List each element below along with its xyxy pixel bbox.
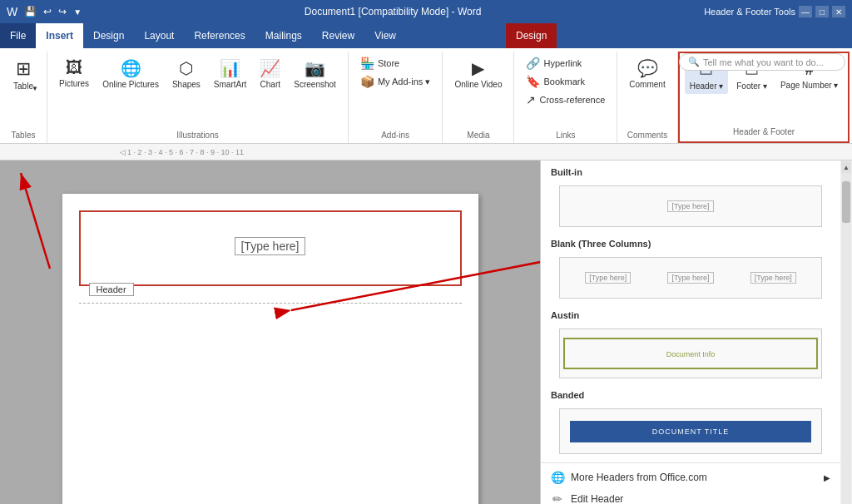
type-here-text[interactable]: [Type here]	[235, 237, 305, 255]
maximize-btn[interactable]: □	[815, 6, 829, 17]
tab-mailings[interactable]: Mailings	[255, 23, 312, 48]
tab-header-footer-design[interactable]: Design	[506, 23, 557, 48]
blank-template[interactable]: [Type here]	[559, 185, 822, 227]
group-links-content: 🔗 Hyperlink 🔖 Bookmark ↗ Cross-reference	[521, 52, 610, 129]
austin-content: Document Info	[563, 338, 818, 369]
ribbon: 🔍 Tell me what you want to do... ⊞ Table…	[0, 48, 852, 144]
col2-placeholder: [Type here]	[667, 272, 713, 284]
title-bar: W 💾 ↩ ↪ ▼ Document1 [Compatibility Mode]…	[0, 0, 852, 23]
comment-label: Comment	[629, 80, 665, 89]
hyperlink-button[interactable]: 🔗 Hyperlink	[521, 55, 587, 72]
document-area: [Type here] Header	[0, 161, 540, 504]
minimize-btn[interactable]: —	[799, 6, 812, 17]
my-addins-label: My Add-ins ▾	[378, 77, 430, 87]
scrollbar-up-btn[interactable]: ▲	[841, 161, 851, 173]
ruler-numbers: 1 · 2 · 3 · 4 · 5 · 6 · 7 · 8 · 9 · 10 ·…	[127, 148, 244, 156]
online-video-button[interactable]: ▶ Online Video	[449, 55, 507, 92]
header-edit-box: [Type here] Header	[79, 210, 462, 286]
bookmark-icon: 🔖	[526, 75, 540, 88]
tab-layout[interactable]: Layout	[134, 23, 184, 48]
col1-placeholder: [Type here]	[585, 272, 631, 284]
my-addins-button[interactable]: 📦 My Add-ins ▾	[355, 73, 435, 90]
more-headers-icon: 🌐	[551, 471, 564, 484]
title-bar-left: W 💾 ↩ ↪ ▼	[7, 5, 82, 18]
edit-header-icon: ✏	[551, 492, 564, 504]
built-in-section-title: Built-in	[541, 161, 840, 180]
pictures-button[interactable]: 🖼 Pictures	[54, 55, 94, 91]
header-label: Header ▾	[690, 82, 724, 91]
store-label: Store	[378, 58, 399, 68]
more-headers-label: More Headers from Office.com	[571, 472, 707, 483]
ruler: ◁ 1 · 2 · 3 · 4 · 5 · 6 · 7 · 8 · 9 · 10…	[0, 144, 852, 161]
page-number-label: Page Number ▾	[780, 81, 838, 90]
footer-label: Footer ▾	[736, 82, 767, 91]
document-title: Document1 [Compatibility Mode] - Word	[82, 6, 704, 17]
store-button[interactable]: 🏪 Store	[355, 55, 404, 72]
shapes-button[interactable]: ⬡ Shapes	[167, 55, 206, 92]
document-wrapper: [Type here] Header	[17, 177, 523, 504]
hyperlink-icon: 🔗	[526, 57, 540, 70]
hyperlink-label: Hyperlink	[543, 58, 582, 68]
group-addins-label: Add-ins	[355, 129, 435, 143]
group-comments: 💬 Comment Comments	[617, 52, 677, 143]
screenshot-button[interactable]: 📷 Screenshot	[289, 55, 341, 92]
group-links-label: Links	[521, 129, 610, 143]
smartart-icon: 📊	[220, 58, 240, 78]
table-label: Table	[13, 82, 33, 91]
three-col-template-wrapper: [Type here] [Type here] [Type here]	[541, 252, 840, 304]
group-illustrations-label: Illustrations	[54, 129, 341, 143]
cross-reference-button[interactable]: ↗ Cross-reference	[521, 91, 610, 108]
smartart-button[interactable]: 📊 SmartArt	[209, 55, 251, 92]
bookmark-label: Bookmark	[543, 77, 585, 86]
group-media-label: Media	[449, 129, 507, 143]
group-header-footer-label: Header & Footer	[685, 126, 844, 140]
shapes-icon: ⬡	[179, 58, 193, 78]
group-tables-content: ⊞ Table ▼	[7, 52, 40, 129]
bookmark-button[interactable]: 🔖 Bookmark	[521, 73, 590, 90]
table-icon: ⊞	[16, 58, 31, 80]
dropdown-scrollbar[interactable]: ▲ ▼	[840, 161, 852, 504]
banded-template[interactable]: DOCUMENT TITLE	[559, 408, 822, 454]
scrollbar-track	[841, 173, 851, 504]
cross-reference-label: Cross-reference	[539, 95, 605, 105]
online-pictures-button[interactable]: 🌐 Online Pictures	[97, 55, 164, 92]
austin-template[interactable]: Document Info	[559, 329, 822, 378]
type-here-area: [Type here]	[97, 237, 443, 255]
chart-label: Chart	[260, 80, 280, 89]
blank-template-placeholder: [Type here]	[667, 200, 713, 212]
three-col-content: [Type here] [Type here] [Type here]	[560, 265, 821, 290]
group-illustrations: 🖼 Pictures 🌐 Online Pictures ⬡ Shapes 📊 …	[47, 52, 349, 143]
chart-button[interactable]: 📈 Chart	[255, 55, 285, 92]
quick-access-redo[interactable]: ↪	[58, 6, 67, 17]
comment-button[interactable]: 💬 Comment	[624, 55, 670, 92]
edit-header-item[interactable]: ✏ Edit Header	[541, 488, 840, 504]
scrollbar-thumb[interactable]	[842, 181, 850, 223]
tab-design[interactable]: Design	[83, 23, 134, 48]
more-headers-arrow: ▶	[824, 473, 830, 482]
document-page: [Type here] Header	[62, 194, 478, 504]
edit-header-label: Edit Header	[571, 493, 623, 504]
banded-template-wrapper: DOCUMENT TITLE	[541, 403, 840, 459]
tab-view[interactable]: View	[364, 23, 406, 48]
online-video-label: Online Video	[454, 80, 502, 89]
online-pictures-icon: 🌐	[121, 58, 141, 78]
quick-access-save[interactable]: 💾	[24, 6, 37, 17]
tab-review[interactable]: Review	[312, 23, 364, 48]
tell-me-bar[interactable]: 🔍 Tell me what you want to do...	[679, 53, 845, 71]
close-btn[interactable]: ✕	[832, 6, 845, 17]
table-button[interactable]: ⊞ Table ▼	[7, 55, 40, 94]
quick-access-customize[interactable]: ▼	[73, 7, 82, 17]
tab-file[interactable]: File	[0, 23, 36, 48]
three-col-template[interactable]: [Type here] [Type here] [Type here]	[559, 257, 822, 299]
austin-text: Document Info	[666, 350, 716, 358]
header-label: Header	[89, 283, 134, 296]
ribbon-tab-bar: File Insert Design Layout References Mai…	[0, 23, 852, 48]
quick-access-undo[interactable]: ↩	[43, 6, 52, 17]
tab-insert[interactable]: Insert	[36, 23, 83, 48]
tab-references[interactable]: References	[184, 23, 255, 48]
austin-section-title: Austin	[541, 304, 840, 324]
banded-section-title: Banded	[541, 383, 840, 403]
more-headers-item[interactable]: 🌐 More Headers from Office.com ▶	[541, 467, 840, 488]
austin-template-wrapper: Document Info	[541, 324, 840, 383]
dropdown-divider-1	[541, 462, 840, 463]
